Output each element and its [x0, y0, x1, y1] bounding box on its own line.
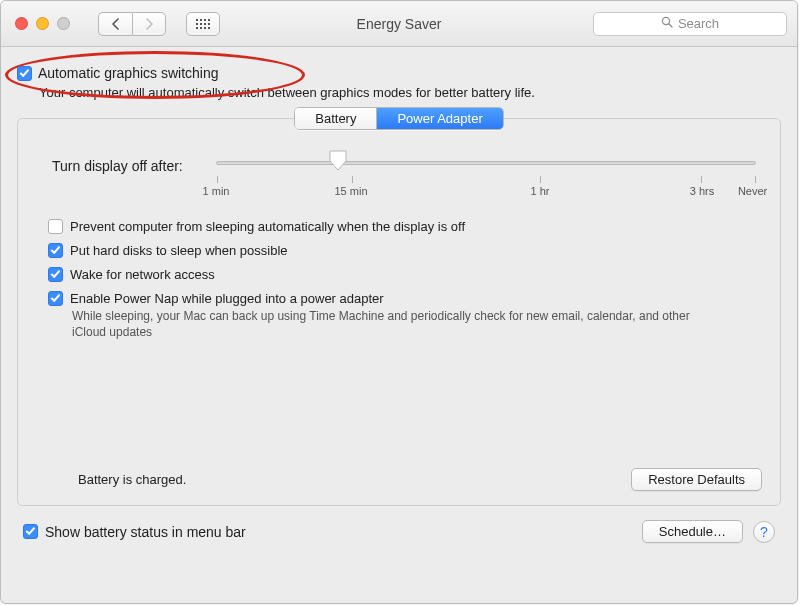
chevron-right-icon [145, 18, 154, 30]
back-button[interactable] [98, 12, 132, 36]
search-placeholder: Search [678, 16, 719, 31]
display-sleep-slider[interactable]: 1 min 15 min 1 hr 3 hrs Never [216, 158, 756, 203]
tick-label: Never [738, 185, 767, 197]
svg-line-1 [669, 24, 672, 27]
display-sleep-row: Turn display off after: [52, 158, 756, 203]
tab-battery[interactable]: Battery [295, 108, 377, 129]
search-input[interactable]: Search [593, 12, 787, 36]
prevent-sleep-checkbox[interactable] [48, 219, 63, 234]
svg-point-0 [662, 17, 669, 24]
option-prevent-sleep: Prevent computer from sleeping automatic… [48, 219, 750, 234]
hard-disks-label: Put hard disks to sleep when possible [70, 243, 288, 258]
show-all-button[interactable] [186, 12, 220, 36]
power-nap-label: Enable Power Nap while plugged into a po… [70, 291, 384, 306]
restore-defaults-button[interactable]: Restore Defaults [631, 468, 762, 491]
auto-graphics-label: Automatic graphics switching [38, 65, 219, 81]
tick-label: 3 hrs [690, 185, 714, 197]
schedule-button[interactable]: Schedule… [642, 520, 743, 543]
slider-tick-labels: 1 min 15 min 1 hr 3 hrs Never [216, 185, 756, 203]
power-nap-description: While sleeping, your Mac can back up usi… [72, 308, 712, 340]
content: Automatic graphics switching Your comput… [1, 47, 797, 557]
tick-label: 1 min [203, 185, 230, 197]
tick-label: 1 hr [531, 185, 550, 197]
window-controls [11, 17, 70, 30]
close-window-button[interactable] [15, 17, 28, 30]
battery-status-text: Battery is charged. [78, 472, 186, 487]
footer-right: Schedule… ? [642, 520, 775, 543]
option-hard-disks: Put hard disks to sleep when possible [48, 243, 750, 258]
option-wake-network: Wake for network access [48, 267, 750, 282]
power-nap-checkbox[interactable] [48, 291, 63, 306]
slider-track [216, 161, 756, 165]
options-list: Prevent computer from sleeping automatic… [48, 219, 750, 340]
toolbar: Energy Saver Search [1, 1, 797, 47]
search-icon [661, 16, 673, 31]
nav-group [98, 12, 166, 36]
forward-button[interactable] [132, 12, 166, 36]
display-sleep-label: Turn display off after: [52, 158, 200, 174]
option-power-nap: Enable Power Nap while plugged into a po… [48, 291, 750, 306]
wake-network-checkbox[interactable] [48, 267, 63, 282]
window-footer: Show battery status in menu bar Schedule… [17, 520, 781, 543]
tick-label: 15 min [334, 185, 367, 197]
footer-left: Show battery status in menu bar [23, 524, 246, 540]
zoom-window-button[interactable] [57, 17, 70, 30]
slider-knob[interactable] [329, 150, 347, 171]
auto-graphics-row: Automatic graphics switching [17, 65, 781, 81]
tab-power-adapter[interactable]: Power Adapter [377, 108, 502, 129]
prevent-sleep-label: Prevent computer from sleeping automatic… [70, 219, 465, 234]
wake-network-label: Wake for network access [70, 267, 215, 282]
chevron-left-icon [111, 18, 120, 30]
grid-icon [196, 19, 210, 29]
tab-segmented-control: Battery Power Adapter [294, 107, 503, 130]
show-battery-status-label: Show battery status in menu bar [45, 524, 246, 540]
auto-graphics-description: Your computer will automatically switch … [39, 85, 781, 100]
auto-graphics-checkbox[interactable] [17, 66, 32, 81]
show-battery-status-checkbox[interactable] [23, 524, 38, 539]
help-button[interactable]: ? [753, 521, 775, 543]
question-mark-icon: ? [760, 524, 768, 540]
panel-footer: Battery is charged. Restore Defaults [18, 468, 780, 491]
settings-panel: Battery Power Adapter Turn display off a… [17, 118, 781, 506]
minimize-window-button[interactable] [36, 17, 49, 30]
hard-disks-checkbox[interactable] [48, 243, 63, 258]
